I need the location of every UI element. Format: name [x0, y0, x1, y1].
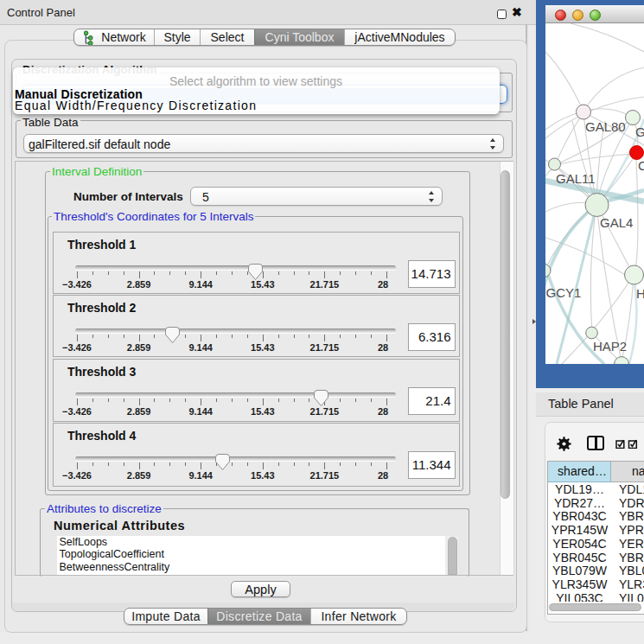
svg-text:GA: GA — [635, 124, 644, 139]
svg-text:GCY1: GCY1 — [546, 285, 582, 300]
svg-text:GAL80: GAL80 — [585, 119, 626, 134]
svg-text:HAP2: HAP2 — [593, 339, 627, 354]
svg-text:GAL4: GAL4 — [600, 215, 633, 230]
svg-text:GAL11: GAL11 — [556, 171, 596, 186]
svg-text:C: C — [638, 158, 644, 173]
svg-text:H: H — [636, 286, 644, 301]
